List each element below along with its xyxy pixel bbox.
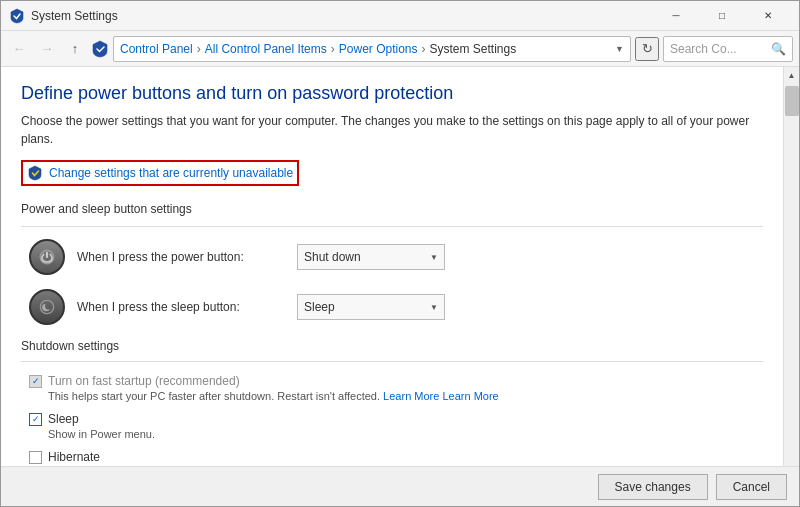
minimize-button[interactable]: ─ xyxy=(653,1,699,31)
search-box[interactable]: Search Co... 🔍 xyxy=(663,36,793,62)
change-settings-link[interactable]: Change settings that are currently unava… xyxy=(21,160,299,186)
save-changes-button[interactable]: Save changes xyxy=(598,474,708,500)
hibernate-checkbox-wrap: Hibernate xyxy=(29,450,155,464)
footer: Save changes Cancel xyxy=(1,466,799,506)
page-description: Choose the power settings that you want … xyxy=(21,112,763,148)
breadcrumb-power-options[interactable]: Power Options xyxy=(339,42,418,56)
sleep-button-row: When I press the sleep button: Sleep ▼ xyxy=(21,289,763,325)
shutdown-section: Shutdown settings ✓ Turn on fast startup… xyxy=(21,339,763,466)
power-button-label: When I press the power button: xyxy=(77,250,297,264)
sleep-desc: Show in Power menu. xyxy=(29,428,155,440)
fast-startup-checkbox[interactable]: ✓ xyxy=(29,375,42,388)
sleep-row: ✓ Sleep Show in Power menu. xyxy=(21,412,763,444)
shield-icon xyxy=(27,165,43,181)
sleep-label: Sleep xyxy=(48,412,79,426)
breadcrumb-current: System Settings xyxy=(429,42,516,56)
hibernate-row: Hibernate Show in Power menu. xyxy=(21,450,763,466)
address-bar: ← → ↑ Control Panel › All Control Panel … xyxy=(1,31,799,67)
fast-startup-checkbox-wrap: ✓ Turn on fast startup (recommended) xyxy=(29,374,499,388)
refresh-button[interactable]: ↻ xyxy=(635,37,659,61)
power-dropdown-arrow: ▼ xyxy=(430,253,438,262)
fast-startup-desc: This helps start your PC faster after sh… xyxy=(29,390,499,402)
power-button-value: Shut down xyxy=(304,250,361,264)
power-sleep-section-title: Power and sleep button settings xyxy=(21,202,763,216)
sleep-checkbox[interactable]: ✓ xyxy=(29,413,42,426)
sleep-dropdown-arrow: ▼ xyxy=(430,303,438,312)
hibernate-checkbox[interactable] xyxy=(29,451,42,464)
power-icon xyxy=(29,239,65,275)
breadcrumb-bar: Control Panel › All Control Panel Items … xyxy=(113,36,631,62)
section-divider-2 xyxy=(21,361,763,362)
sleep-icon xyxy=(29,289,65,325)
back-button[interactable]: ← xyxy=(7,37,31,61)
scroll-thumb[interactable] xyxy=(785,86,799,116)
learn-more-text[interactable]: Learn More xyxy=(442,390,498,402)
window-controls: ─ □ ✕ xyxy=(653,1,791,31)
maximize-button[interactable]: □ xyxy=(699,1,745,31)
forward-button[interactable]: → xyxy=(35,37,59,61)
sleep-button-value: Sleep xyxy=(304,300,335,314)
fast-startup-label: Turn on fast startup (recommended) xyxy=(48,374,240,388)
close-button[interactable]: ✕ xyxy=(745,1,791,31)
title-bar: System Settings ─ □ ✕ xyxy=(1,1,799,31)
breadcrumb-all-items[interactable]: All Control Panel Items xyxy=(205,42,327,56)
breadcrumb-control-panel[interactable]: Control Panel xyxy=(120,42,193,56)
title-bar-text: System Settings xyxy=(31,9,653,23)
main-content: Define power buttons and turn on passwor… xyxy=(1,67,799,466)
fast-startup-row: ✓ Turn on fast startup (recommended) Thi… xyxy=(21,374,763,406)
learn-more-link[interactable]: Learn More xyxy=(383,390,439,402)
up-button[interactable]: ↑ xyxy=(63,37,87,61)
window-icon xyxy=(9,8,25,24)
scrollbar[interactable]: ▲ xyxy=(783,67,799,466)
content-area: Define power buttons and turn on passwor… xyxy=(1,67,783,466)
search-icon: 🔍 xyxy=(771,42,786,56)
main-window: System Settings ─ □ ✕ ← → ↑ Control Pane… xyxy=(0,0,800,507)
hibernate-label: Hibernate xyxy=(48,450,100,464)
shutdown-section-title: Shutdown settings xyxy=(21,339,763,353)
section-divider-1 xyxy=(21,226,763,227)
power-button-row: When I press the power button: Shut down… xyxy=(21,239,763,275)
page-title: Define power buttons and turn on passwor… xyxy=(21,83,763,104)
cancel-button[interactable]: Cancel xyxy=(716,474,787,500)
scroll-up-arrow[interactable]: ▲ xyxy=(784,67,800,84)
breadcrumb-icon xyxy=(91,40,109,58)
change-settings-text: Change settings that are currently unava… xyxy=(49,166,293,180)
sleep-checkbox-wrap: ✓ Sleep xyxy=(29,412,155,426)
search-placeholder: Search Co... xyxy=(670,42,767,56)
sleep-button-label: When I press the sleep button: xyxy=(77,300,297,314)
power-button-dropdown[interactable]: Shut down ▼ xyxy=(297,244,445,270)
breadcrumb-dropdown: ▼ xyxy=(615,44,624,54)
sleep-button-dropdown[interactable]: Sleep ▼ xyxy=(297,294,445,320)
